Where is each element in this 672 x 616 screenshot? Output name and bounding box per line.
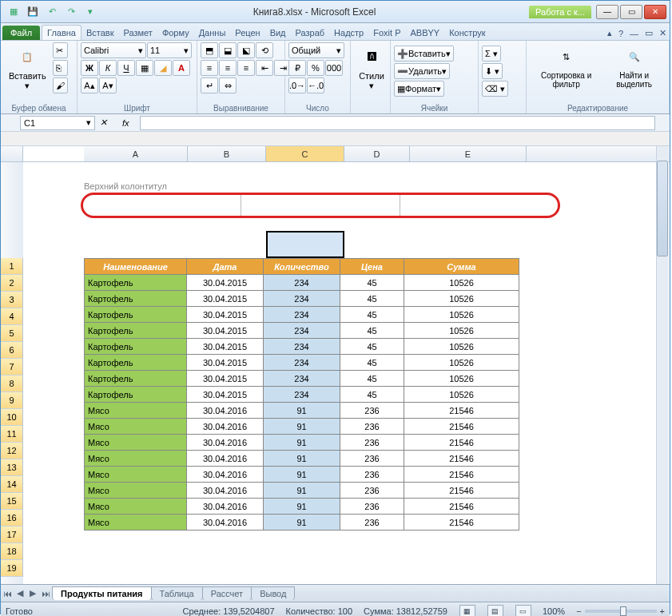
number-format-combo[interactable]: Общий▾ xyxy=(288,42,344,58)
tab-nav-prev-icon[interactable]: ◀ xyxy=(14,588,26,598)
col-header[interactable]: D xyxy=(344,146,410,161)
cell[interactable]: 45 xyxy=(340,275,404,291)
cell[interactable]: 30.04.2016 xyxy=(187,483,264,499)
table-row[interactable]: Картофель30.04.20152344510526 xyxy=(85,355,519,371)
cell[interactable]: 234 xyxy=(264,355,340,371)
table-row[interactable]: Мясо30.04.20169123621546 xyxy=(85,483,519,499)
fx-icon[interactable]: fx xyxy=(122,118,135,128)
border-button[interactable]: ▦ xyxy=(136,60,153,76)
cell[interactable]: 10526 xyxy=(404,307,519,323)
doc-min-icon[interactable]: — xyxy=(626,27,642,40)
cell[interactable]: 21546 xyxy=(404,451,519,467)
maximize-button[interactable]: ▭ xyxy=(620,5,642,19)
insert-cells-button[interactable]: ➕ Вставить ▾ xyxy=(394,46,454,62)
row-header[interactable]: 10 xyxy=(1,409,23,426)
minimize-button[interactable]: — xyxy=(596,5,618,19)
align-center-button[interactable]: ≡ xyxy=(219,60,237,76)
cell[interactable]: 236 xyxy=(340,483,404,499)
cell[interactable]: 236 xyxy=(340,419,404,435)
copy-icon[interactable]: ⎘ xyxy=(53,60,68,76)
grow-font-button[interactable]: A▴ xyxy=(81,77,98,93)
table-row[interactable]: Мясо30.04.20169123621546 xyxy=(85,499,519,515)
cell[interactable]: Картофель xyxy=(85,355,187,371)
col-header[interactable]: A xyxy=(84,146,188,161)
cell[interactable]: 45 xyxy=(340,355,404,371)
cell[interactable]: 30.04.2015 xyxy=(187,371,264,387)
table-row[interactable]: Картофель30.04.20152344510526 xyxy=(85,371,519,387)
tab-data[interactable]: Данны xyxy=(194,26,231,40)
cell[interactable]: 236 xyxy=(340,467,404,483)
zoom-out-button[interactable]: − xyxy=(576,606,581,616)
cell[interactable]: 236 xyxy=(340,403,404,419)
align-top-button[interactable]: ⬒ xyxy=(201,42,218,58)
cell[interactable]: 45 xyxy=(340,387,404,403)
cell[interactable]: 45 xyxy=(340,339,404,355)
tab-formulas[interactable]: Форму xyxy=(157,26,194,40)
vertical-scrollbar[interactable] xyxy=(656,146,669,584)
row-header[interactable]: 13 xyxy=(1,459,23,476)
cell[interactable]: 45 xyxy=(340,291,404,307)
tab-abbyy[interactable]: ABBYY xyxy=(405,26,444,40)
cell[interactable]: Мясо xyxy=(85,435,187,451)
zoom-in-button[interactable]: + xyxy=(660,606,665,616)
table-row[interactable]: Мясо30.04.20169123621546 xyxy=(85,515,519,531)
cell[interactable]: Картофель xyxy=(85,275,187,291)
cell[interactable]: 234 xyxy=(264,307,340,323)
row-header[interactable]: 17 xyxy=(1,527,23,543)
row-header[interactable]: 11 xyxy=(1,426,23,443)
sheet-tab[interactable]: Вывод xyxy=(251,586,295,600)
header-right[interactable] xyxy=(400,195,558,216)
cell[interactable]: 10526 xyxy=(404,387,519,403)
font-size-combo[interactable]: 11▾ xyxy=(147,42,192,58)
cell[interactable]: 21546 xyxy=(404,483,519,499)
find-select-button[interactable]: 🔍 Найти и выделить xyxy=(602,42,666,90)
row-header[interactable]: 14 xyxy=(1,476,23,493)
cell[interactable]: 234 xyxy=(264,371,340,387)
save-icon[interactable]: 💾 xyxy=(26,6,39,18)
font-color-button[interactable]: A xyxy=(173,60,190,76)
table-row[interactable]: Мясо30.04.20169123621546 xyxy=(85,435,519,451)
tab-developer[interactable]: Разраб xyxy=(291,26,330,40)
row-header[interactable]: 5 xyxy=(1,325,23,342)
underline-button[interactable]: Ч xyxy=(117,60,135,76)
cell[interactable]: 91 xyxy=(264,419,340,435)
tab-nav-last-icon[interactable]: ⏭ xyxy=(39,589,52,598)
cell[interactable]: Картофель xyxy=(85,307,187,323)
row-header[interactable]: 12 xyxy=(1,443,23,459)
name-box[interactable]: C1▾ xyxy=(20,116,95,130)
fill-button[interactable]: ⬇ ▾ xyxy=(482,63,503,79)
doc-close-icon[interactable]: ✕ xyxy=(656,26,670,40)
row-header[interactable]: 6 xyxy=(1,342,23,359)
cell[interactable]: 30.04.2016 xyxy=(187,435,264,451)
row-header[interactable]: 19 xyxy=(1,560,23,577)
cell[interactable]: 30.04.2015 xyxy=(187,355,264,371)
clear-button[interactable]: ⌫ ▾ xyxy=(482,81,508,97)
row-header[interactable]: 1 xyxy=(1,258,23,275)
cell[interactable]: 91 xyxy=(264,403,340,419)
cell[interactable]: 30.04.2016 xyxy=(187,419,264,435)
cell[interactable]: 236 xyxy=(340,499,404,515)
select-all-corner[interactable] xyxy=(1,146,23,161)
view-break-button[interactable]: ▭ xyxy=(515,605,531,617)
cell[interactable]: 30.04.2015 xyxy=(187,291,264,307)
cell[interactable]: 30.04.2015 xyxy=(187,307,264,323)
cell[interactable]: Картофель xyxy=(85,339,187,355)
cell[interactable]: 236 xyxy=(340,515,404,531)
font-name-combo[interactable]: Calibri▾ xyxy=(81,42,146,58)
fill-color-button[interactable]: ◢ xyxy=(154,60,172,76)
shrink-font-button[interactable]: A▾ xyxy=(99,77,117,93)
data-table[interactable]: НаименованиеДатаКоличествоЦенаСумма Карт… xyxy=(84,258,519,531)
dec-decimal-button[interactable]: ←.0 xyxy=(307,77,324,93)
cell[interactable]: 236 xyxy=(340,451,404,467)
cell[interactable]: 30.04.2016 xyxy=(187,451,264,467)
row-header[interactable]: 16 xyxy=(1,510,23,527)
cell[interactable]: 30.04.2015 xyxy=(187,387,264,403)
row-header[interactable]: 9 xyxy=(1,392,23,409)
inc-decimal-button[interactable]: .0→ xyxy=(288,77,306,93)
col-header[interactable]: C xyxy=(266,146,344,161)
cell[interactable]: 10526 xyxy=(404,355,519,371)
cell[interactable]: 10526 xyxy=(404,323,519,339)
sheet-tab[interactable]: Продукты питания xyxy=(52,586,152,600)
qa-more-icon[interactable]: ▾ xyxy=(84,6,97,18)
contextual-tab[interactable]: Работа с к... xyxy=(529,6,591,18)
